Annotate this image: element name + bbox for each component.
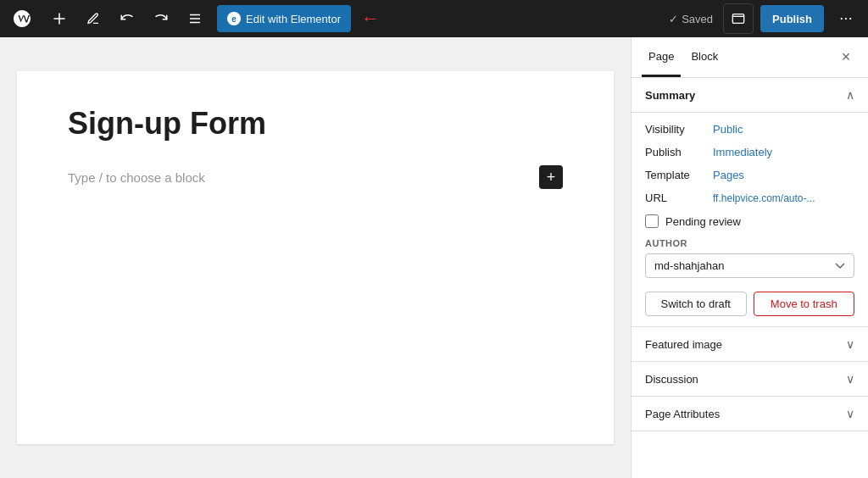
svg-point-6 [849,18,851,19]
wp-logo[interactable] [7,3,37,34]
pending-review-checkbox[interactable] [645,214,659,228]
preview-button[interactable] [723,3,754,34]
page-attributes-chevron-icon: ∨ [846,407,854,420]
page-title-input[interactable] [68,105,563,142]
author-section: AUTHOR md-shahjahan [645,238,854,278]
visibility-row: Visibility Public [645,123,854,136]
list-view-button[interactable] [180,3,210,34]
discussion-chevron-icon: ∨ [846,372,854,386]
tools-button[interactable] [78,3,108,34]
right-panel: Page Block × Summary ∧ Visibility Public… [631,37,868,478]
url-value[interactable]: ff.helpvice.com/auto-... [713,192,815,204]
template-value[interactable]: Pages [713,169,744,181]
editor-content: Type / to choose a block + [17,71,614,444]
summary-section-header[interactable]: Summary ∧ [632,78,868,113]
arrow-annotation: ← [361,8,380,30]
editor-area: Type / to choose a block + [0,37,631,478]
svg-point-5 [845,18,847,19]
visibility-label: Visibility [645,123,713,136]
template-label: Template [645,169,713,181]
featured-image-chevron-icon: ∨ [846,337,854,351]
author-label: AUTHOR [645,238,854,248]
edit-elementor-label: Edit with Elementor [246,13,341,25]
main-layout: Type / to choose a block + Page Block × … [0,37,868,478]
discussion-section[interactable]: Discussion ∨ [632,362,868,397]
panel-body: Summary ∧ Visibility Public Publish Imme… [632,78,868,478]
block-placeholder-text: Type / to choose a block [68,170,205,185]
undo-button[interactable] [112,3,142,34]
publish-row: Publish Immediately [645,146,854,158]
svg-rect-3 [732,14,743,24]
move-trash-button[interactable]: Move to trash [754,292,855,316]
template-row: Template Pages [645,169,854,181]
publish-meta-value[interactable]: Immediately [713,146,772,158]
pending-review-row: Pending review [645,214,854,228]
action-buttons: Switch to draft Move to trash [645,292,854,316]
url-label: URL [645,192,713,204]
url-row: URL ff.helpvice.com/auto-... [645,192,854,204]
elementor-icon: e [227,12,241,25]
summary-chevron-up-icon: ∧ [846,88,854,102]
author-select[interactable]: md-shahjahan [645,253,854,278]
svg-point-4 [841,18,843,19]
block-placeholder-area: Type / to choose a block + [68,165,563,189]
publish-button[interactable]: Publish [760,5,824,32]
top-toolbar: e Edit with Elementor ← ✓ Saved Publish [0,0,868,37]
saved-indicator: ✓ Saved [669,13,713,25]
saved-label: Saved [682,13,713,25]
redo-button[interactable] [146,3,176,34]
publish-meta-label: Publish [645,146,713,158]
add-block-button[interactable]: + [539,165,563,189]
featured-image-title: Featured image [645,338,722,351]
page-attributes-section[interactable]: Page Attributes ∨ [632,397,868,431]
discussion-title: Discussion [645,373,698,386]
visibility-value[interactable]: Public [713,123,743,136]
panel-header: Page Block × [632,37,868,78]
more-options-button[interactable] [831,3,861,34]
switch-draft-button[interactable]: Switch to draft [645,292,747,316]
pending-review-label: Pending review [665,215,741,228]
featured-image-section[interactable]: Featured image ∨ [632,327,868,362]
red-arrow-icon: ← [361,8,380,30]
page-attributes-title: Page Attributes [645,408,720,420]
edit-elementor-button[interactable]: e Edit with Elementor [217,5,351,32]
summary-section-title: Summary [645,89,695,102]
add-block-toolbar-button[interactable] [44,3,75,34]
panel-close-button[interactable]: × [834,46,858,69]
summary-section-content: Visibility Public Publish Immediately Te… [632,113,868,327]
tab-page[interactable]: Page [642,38,681,77]
check-icon: ✓ [669,13,678,25]
tab-block[interactable]: Block [684,38,725,77]
